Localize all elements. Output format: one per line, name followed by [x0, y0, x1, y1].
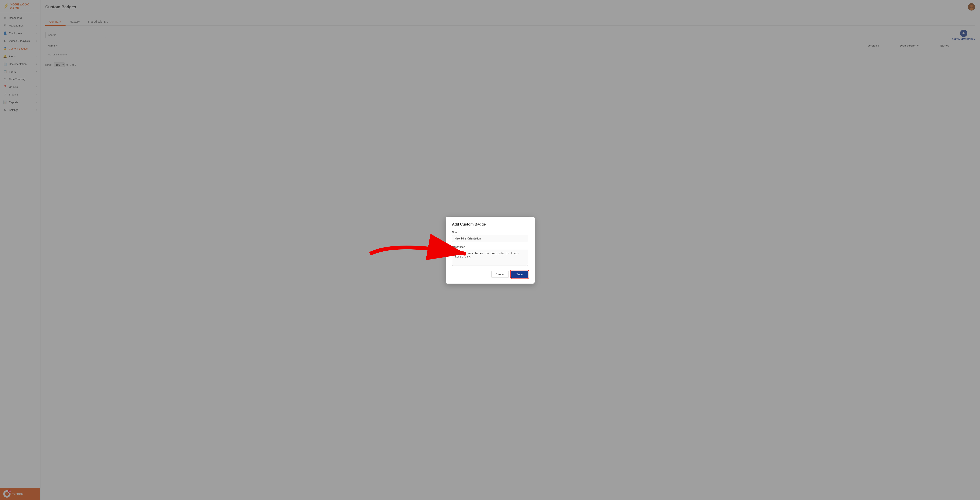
add-custom-badge-modal: Add Custom Badge Name Description Cancel… — [445, 217, 535, 283]
modal-actions: Cancel Save — [452, 271, 528, 278]
name-form-group: Name — [452, 231, 528, 242]
description-form-group: Description — [452, 245, 528, 267]
cancel-button[interactable]: Cancel — [491, 271, 509, 278]
description-textarea[interactable] — [452, 250, 528, 266]
name-input[interactable] — [452, 235, 528, 242]
modal-overlay[interactable]: Add Custom Badge Name Description Cancel… — [0, 0, 980, 500]
description-label: Description — [452, 245, 528, 248]
modal-title: Add Custom Badge — [452, 222, 528, 226]
name-label: Name — [452, 231, 528, 234]
save-button[interactable]: Save — [511, 271, 528, 278]
